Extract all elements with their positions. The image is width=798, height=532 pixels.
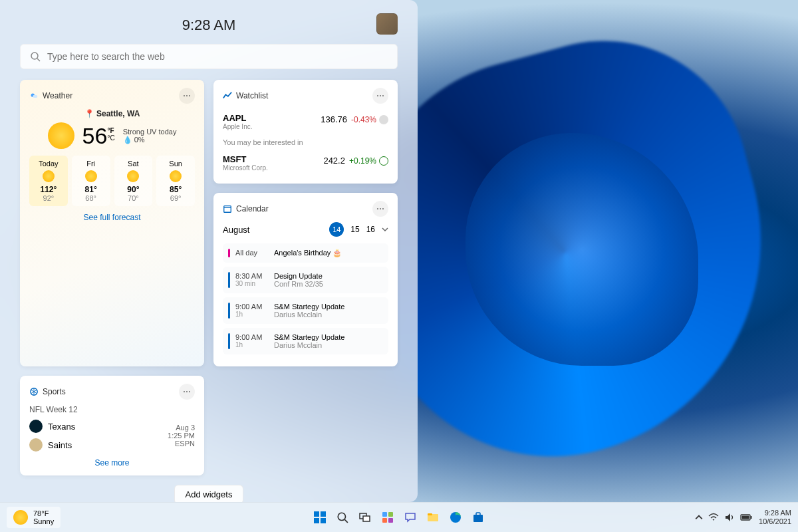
- watchlist-row[interactable]: AAPLApple Inc. 136.76-0.43%: [223, 109, 388, 134]
- task-view-button[interactable]: [356, 508, 374, 527]
- widgets-button[interactable]: [378, 508, 397, 527]
- calendar-widget[interactable]: Calendar ⋯ August 14 15 16 All day Angel…: [213, 193, 398, 366]
- sports-title: Sports: [43, 387, 66, 396]
- search-icon: [30, 51, 41, 62]
- team-logo-icon: [29, 438, 43, 452]
- weather-icon: [29, 91, 39, 100]
- taskbar-weather-cond: Sunny: [33, 517, 54, 525]
- sun-icon: [48, 122, 74, 149]
- edge-button[interactable]: [446, 508, 465, 527]
- svg-rect-16: [388, 512, 393, 517]
- stocks-icon: [223, 91, 232, 100]
- svg-rect-10: [321, 518, 326, 523]
- calendar-day[interactable]: 16: [366, 225, 375, 234]
- weather-location: 📍 Seattle, WA: [29, 109, 195, 118]
- svg-rect-17: [382, 518, 387, 523]
- forecast-day[interactable]: Today 112°92°: [29, 156, 68, 206]
- widgets-panel: 9:28 AM Weather ⋯ 📍 Seattle, WA 56°F°C: [0, 0, 418, 502]
- svg-point-11: [338, 513, 345, 520]
- weather-forecast-link[interactable]: See full forecast: [29, 213, 195, 222]
- sports-league: NFL Week 12: [29, 405, 195, 414]
- watchlist-title: Watchlist: [236, 91, 268, 100]
- start-button[interactable]: [311, 508, 329, 527]
- team-row: Texans: [29, 420, 75, 433]
- weather-title: Weather: [43, 91, 72, 100]
- svg-point-0: [31, 53, 38, 59]
- watchlist-more-button[interactable]: ⋯: [372, 88, 388, 104]
- calendar-icon: [223, 204, 232, 213]
- team-logo-icon: [29, 420, 43, 433]
- svg-rect-26: [742, 516, 749, 519]
- svg-line-12: [344, 519, 348, 523]
- chevron-up-icon[interactable]: [695, 513, 703, 521]
- svg-rect-7: [314, 511, 319, 517]
- svg-rect-23: [476, 513, 480, 515]
- file-explorer-button[interactable]: [424, 508, 442, 527]
- chat-button[interactable]: [401, 508, 420, 527]
- calendar-title: Calendar: [236, 204, 269, 213]
- check-icon: [379, 115, 388, 124]
- svg-rect-14: [363, 516, 370, 521]
- weather-temp: 56: [82, 123, 108, 148]
- svg-rect-15: [382, 512, 387, 517]
- sports-more-button[interactable]: ⋯: [179, 384, 195, 400]
- weather-widget[interactable]: Weather ⋯ 📍 Seattle, WA 56°F°C Strong UV…: [20, 80, 204, 366]
- taskbar-weather-temp: 78°F: [33, 509, 54, 517]
- add-widgets-button[interactable]: Add widgets: [174, 485, 244, 502]
- panel-clock: 9:28 AM: [182, 17, 236, 34]
- chevron-down-icon[interactable]: [382, 226, 388, 233]
- svg-rect-9: [314, 518, 319, 523]
- forecast-day[interactable]: Sun 85°69°: [156, 156, 195, 206]
- volume-icon[interactable]: [724, 512, 735, 523]
- match-meta: Aug 3 1:25 PM ESPN: [168, 424, 195, 448]
- svg-rect-25: [751, 516, 752, 519]
- sports-icon: [29, 387, 39, 396]
- sports-see-more-link[interactable]: See more: [29, 458, 195, 467]
- store-button[interactable]: [469, 508, 487, 527]
- sports-widget[interactable]: Sports ⋯ NFL Week 12 Texans Saints Aug 3…: [20, 376, 204, 475]
- calendar-event[interactable]: All day Angela's Birthday 🎂: [223, 243, 388, 263]
- battery-icon[interactable]: [740, 513, 752, 521]
- taskbar-weather[interactable]: 78°F Sunny: [7, 507, 61, 528]
- forecast-day[interactable]: Sat 90°70°: [114, 156, 153, 206]
- watchlist-suggested-row[interactable]: MSFTMicrosoft Corp. 242.2+0.19%: [223, 150, 388, 176]
- sun-icon: [13, 510, 28, 525]
- calendar-event[interactable]: 9:00 AM1h S&M Startegy UpdateDarius Mccl…: [223, 297, 388, 324]
- svg-point-3: [33, 95, 37, 98]
- taskbar: 78°F Sunny 9:28 AM 10/6/2021: [0, 502, 798, 532]
- watchlist-hint: You may be interested in: [223, 134, 388, 150]
- svg-rect-8: [321, 511, 326, 517]
- calendar-day[interactable]: 15: [350, 225, 359, 234]
- svg-rect-20: [428, 513, 432, 515]
- search-bar[interactable]: [20, 44, 398, 69]
- calendar-event[interactable]: 9:00 AM1h S&M Startegy UpdateDarius Mccl…: [223, 328, 388, 354]
- weather-uv: Strong UV today: [123, 128, 177, 136]
- svg-rect-4: [224, 206, 231, 213]
- forecast-day[interactable]: Fri 81°68°: [72, 156, 110, 206]
- calendar-event[interactable]: 8:30 AM30 min Design UpdateConf Rm 32/35: [223, 267, 388, 293]
- calendar-selected-day[interactable]: 14: [329, 222, 344, 237]
- calendar-more-button[interactable]: ⋯: [372, 201, 388, 217]
- team-row: Saints: [29, 438, 75, 452]
- wifi-icon[interactable]: [708, 512, 719, 523]
- watchlist-widget[interactable]: Watchlist ⋯ AAPLApple Inc. 136.76-0.43% …: [213, 80, 398, 184]
- user-avatar[interactable]: [376, 13, 398, 35]
- weather-precip: 💧 0%: [123, 136, 177, 144]
- calendar-month: August: [223, 225, 249, 235]
- svg-rect-18: [388, 518, 393, 523]
- weather-more-button[interactable]: ⋯: [179, 88, 195, 104]
- svg-line-1: [37, 59, 40, 61]
- taskbar-search-button[interactable]: [333, 508, 352, 527]
- search-input[interactable]: [47, 51, 388, 62]
- add-icon[interactable]: [379, 156, 388, 166]
- taskbar-clock[interactable]: 9:28 AM 10/6/2021: [759, 509, 791, 526]
